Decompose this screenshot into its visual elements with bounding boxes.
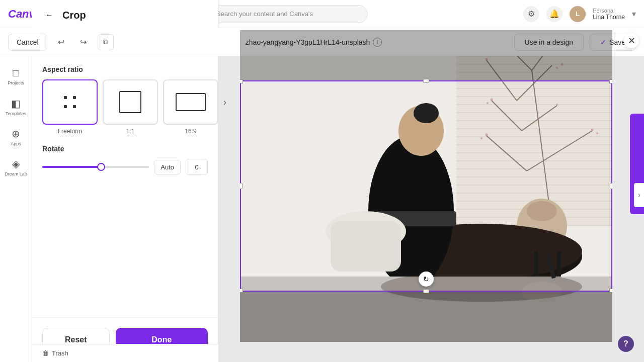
- svg-point-51: [480, 137, 482, 139]
- left-sidebar: ⊞ Home □ Projects ◧ Templates ⊕ Apps ◈ D…: [0, 28, 32, 362]
- svg-point-48: [591, 129, 594, 131]
- search-placeholder: Search your content and Canva's: [216, 10, 313, 18]
- rotate-slider-wrap: [42, 162, 149, 172]
- projects-icon: □: [13, 67, 19, 79]
- crop-overlay-top: [240, 30, 612, 80]
- user-plan: Personal: [593, 8, 614, 14]
- rotate-controls: Auto 0: [42, 159, 208, 175]
- chevron-right-icon: ›: [638, 191, 640, 200]
- photo-container: ↻: [240, 30, 612, 342]
- notifications-icon[interactable]: 🔔: [546, 6, 562, 22]
- right-toggle[interactable]: ›: [634, 183, 644, 207]
- apps-icon: ⊕: [12, 128, 20, 140]
- dot-tl: [64, 96, 67, 99]
- sidebar-item-dreamlab[interactable]: ◈ Dream Lab: [2, 153, 30, 181]
- rotate-section: Rotate Auto 0: [32, 145, 218, 185]
- svg-point-49: [596, 132, 598, 134]
- aspect-ratio-title: Aspect ratio: [42, 65, 208, 73]
- cancel-button[interactable]: Cancel: [8, 34, 47, 51]
- svg-rect-68: [534, 251, 538, 277]
- crop-overlay-bottom: [240, 292, 612, 342]
- user-dropdown-icon[interactable]: ▾: [632, 9, 636, 19]
- help-button[interactable]: ?: [618, 336, 634, 352]
- dot-bl: [64, 105, 67, 108]
- sidebar-label-projects: Projects: [8, 80, 24, 85]
- redo-button[interactable]: ↪: [75, 34, 92, 50]
- user-info: Personal Lina Thorne: [593, 8, 625, 21]
- dot-br: [73, 105, 76, 108]
- aspect-freeform[interactable]: Freeform: [42, 79, 98, 135]
- svg-point-45: [491, 99, 493, 101]
- avatar[interactable]: L: [570, 6, 586, 22]
- sidebar-item-templates[interactable]: ◧ Templates: [2, 93, 30, 121]
- aspect-16-9[interactable]: 16:9: [163, 79, 218, 135]
- sidebar-item-apps[interactable]: ⊕ Apps: [2, 123, 30, 151]
- svg-point-53: [527, 201, 557, 221]
- search-bar[interactable]: 🔍 Search your content and Canva's: [197, 5, 368, 23]
- dreamlab-icon: ◈: [12, 158, 20, 170]
- rotate-slider-track: [42, 166, 149, 168]
- preview-button[interactable]: ⧉: [98, 34, 114, 50]
- panel-header: ← Crop: [32, 0, 218, 30]
- svg-rect-63: [331, 221, 401, 272]
- aspect-16-9-box: [163, 79, 218, 125]
- svg-point-46: [487, 102, 489, 104]
- image-canvas: ↻: [218, 28, 634, 344]
- photo-background: ↻: [240, 30, 612, 342]
- back-button[interactable]: ←: [42, 8, 56, 22]
- sidebar-item-projects[interactable]: □ Projects: [2, 62, 30, 90]
- chevron-right-icon: ›: [223, 97, 226, 108]
- rotate-handle[interactable]: ↻: [419, 272, 434, 287]
- svg-point-50: [486, 134, 488, 136]
- trash-label: Trash: [52, 349, 68, 357]
- rotate-slider-thumb[interactable]: [97, 163, 105, 171]
- wide-icon: [176, 93, 206, 111]
- user-name: Lina Thorne: [593, 14, 625, 21]
- aspect-more-button[interactable]: ›: [223, 79, 226, 125]
- sidebar-label-apps: Apps: [11, 141, 21, 146]
- svg-rect-69: [557, 251, 561, 277]
- rotate-auto-button[interactable]: Auto: [154, 160, 181, 174]
- dot-tr: [73, 96, 76, 99]
- aspect-ratio-grid: Freeform 1:1 16:9 ›: [42, 79, 208, 135]
- panel-title: Crop: [62, 10, 86, 21]
- freeform-dots: [64, 96, 76, 108]
- settings-icon[interactable]: ⚙: [523, 6, 539, 22]
- 16-9-label: 16:9: [185, 128, 196, 135]
- aspect-ratio-section: Aspect ratio Freeform 1: [32, 65, 218, 145]
- aspect-1-1-box: [103, 79, 158, 125]
- sidebar-label-templates: Templates: [6, 111, 26, 116]
- svg-point-60: [414, 103, 439, 123]
- sidebar-label-dreamlab: Dream Lab: [5, 171, 27, 176]
- nav-right: ⚙ 🔔 L Personal Lina Thorne ▾: [523, 6, 636, 22]
- aspect-freeform-box: [42, 79, 98, 125]
- rotate-slider-fill: [42, 166, 101, 168]
- undo-button[interactable]: ↩: [53, 34, 69, 50]
- templates-icon: ◧: [11, 98, 21, 110]
- rotate-title: Rotate: [42, 145, 208, 153]
- svg-point-47: [556, 104, 558, 106]
- trash-bar: 🗑 Trash: [32, 344, 218, 362]
- 1-1-label: 1:1: [126, 128, 135, 135]
- aspect-1-1[interactable]: 1:1: [103, 79, 158, 135]
- freeform-label: Freeform: [58, 128, 83, 135]
- trash-icon: 🗑: [42, 349, 49, 357]
- close-editor-button[interactable]: ✕: [624, 33, 639, 48]
- square-icon: [119, 91, 141, 113]
- rotate-value[interactable]: 0: [186, 159, 208, 175]
